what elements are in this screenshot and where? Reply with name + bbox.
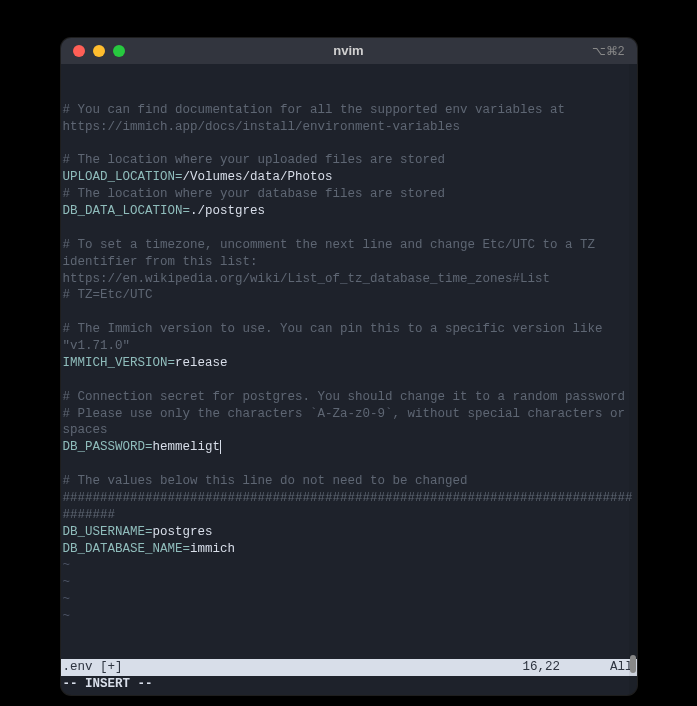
- empty-line-marker: ~: [63, 558, 71, 572]
- file-content: # You can find documentation for all the…: [63, 102, 635, 625]
- comment-line: # You can find documentation for all the…: [63, 103, 573, 134]
- comment-line: # TZ=Etc/UTC: [63, 288, 153, 302]
- empty-line-marker: ~: [63, 609, 71, 623]
- env-var-name: IMMICH_VERSION: [63, 356, 168, 370]
- scroll-thumb[interactable]: [630, 655, 636, 673]
- env-var-name: DB_USERNAME: [63, 525, 146, 539]
- equals-sign: =: [183, 542, 191, 556]
- scrollbar[interactable]: [629, 64, 637, 695]
- text-cursor: [220, 440, 221, 454]
- cursor-position: 16,22: [522, 659, 610, 676]
- equals-sign: =: [168, 356, 176, 370]
- status-line: .env [+] 16,22 All: [61, 659, 637, 676]
- comment-line: # The values below this line do not need…: [63, 474, 468, 488]
- titlebar: nvim ⌥⌘2: [61, 38, 637, 64]
- equals-sign: =: [145, 525, 153, 539]
- comment-line: # Connection secret for postgres. You sh…: [63, 390, 626, 404]
- env-var-value: release: [175, 356, 228, 370]
- filename-indicator: .env [+]: [63, 659, 123, 676]
- comment-line: # The location where your uploaded files…: [63, 153, 446, 167]
- editor-area[interactable]: # You can find documentation for all the…: [61, 64, 637, 659]
- env-var-value: postgres: [153, 525, 213, 539]
- comment-line: ########################################…: [63, 491, 633, 522]
- comment-line: # To set a timezone, uncomment the next …: [63, 238, 603, 286]
- comment-line: # The Immich version to use. You can pin…: [63, 322, 611, 353]
- terminal-window: nvim ⌥⌘2 # You can find documentation fo…: [61, 38, 637, 695]
- equals-sign: =: [175, 170, 183, 184]
- env-var-name: UPLOAD_LOCATION: [63, 170, 176, 184]
- equals-sign: =: [183, 204, 191, 218]
- window-title: nvim: [61, 42, 637, 60]
- empty-line-marker: ~: [63, 575, 71, 589]
- comment-line: # The location where your database files…: [63, 187, 446, 201]
- env-var-name: DB_DATABASE_NAME: [63, 542, 183, 556]
- env-var-value: /Volumes/data/Photos: [183, 170, 333, 184]
- comment-line: # Please use only the characters `A-Za-z…: [63, 407, 633, 438]
- env-var-name: DB_PASSWORD: [63, 440, 146, 454]
- env-var-value: immich: [190, 542, 235, 556]
- env-var-name: DB_DATA_LOCATION: [63, 204, 183, 218]
- mode-line: -- INSERT --: [61, 676, 637, 695]
- empty-line-marker: ~: [63, 592, 71, 606]
- env-var-value: hemmeligt: [153, 440, 221, 454]
- env-var-value: ./postgres: [190, 204, 265, 218]
- equals-sign: =: [145, 440, 153, 454]
